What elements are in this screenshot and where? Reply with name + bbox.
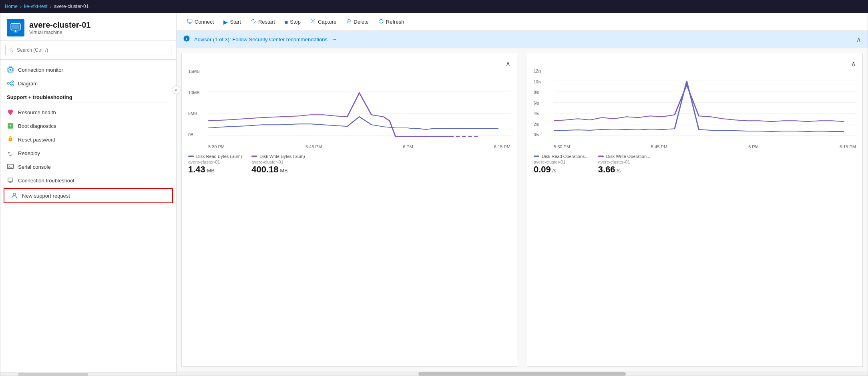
- connect-button[interactable]: Connect: [183, 16, 218, 27]
- advisor-banner[interactable]: i Advisor (1 of 3): Follow Security Cent…: [177, 31, 868, 48]
- sidebar-item-reset-password[interactable]: Reset password: [0, 133, 176, 146]
- start-label: Start: [230, 19, 241, 25]
- chart1-write-value: 400.18 MB: [251, 164, 305, 175]
- sidebar-content: Connection monitor Diagram Support + tro…: [0, 60, 176, 372]
- connect-icon: [187, 18, 193, 25]
- redeploy-label: Redeploy: [18, 150, 40, 156]
- svg-line-8: [9, 82, 12, 83]
- chart2-expand-button[interactable]: ∧: [851, 60, 856, 67]
- sidebar-item-redeploy[interactable]: Redeploy: [0, 146, 176, 160]
- restart-button[interactable]: Restart: [247, 16, 279, 27]
- chart2-write-label: Disk Write Operation...: [606, 154, 650, 159]
- boot-diagnostics-label: Boot diagnostics: [18, 123, 56, 129]
- advisor-text: Advisor (1 of 3): Follow Security Center…: [194, 36, 328, 42]
- svg-rect-14: [8, 164, 14, 169]
- chart1-legend: Disk Read Bytes (Sum) avere-cluster-01 1…: [188, 154, 510, 175]
- sidebar-header: avere-cluster-01 Virtual machine: [0, 13, 176, 41]
- connect-label: Connect: [195, 19, 214, 25]
- refresh-icon: [378, 18, 384, 25]
- chart1-read-sublabel: avere-cluster-01: [188, 160, 242, 164]
- advisor-arrow[interactable]: →: [332, 36, 337, 42]
- start-button[interactable]: ▶ Start: [219, 17, 245, 27]
- refresh-button[interactable]: Refresh: [374, 16, 408, 27]
- connection-troubleshoot-label: Connection troubleshoot: [18, 178, 74, 184]
- svg-text:+: +: [9, 124, 11, 128]
- resource-health-icon: [7, 109, 14, 116]
- search-input[interactable]: [5, 45, 171, 55]
- vm-name: avere-cluster-01: [29, 20, 90, 30]
- chart2-legend-write: Disk Write Operation... avere-cluster-01…: [598, 154, 650, 175]
- chart2-legend-read: Disk Read Operations... avere-cluster-01…: [534, 154, 589, 175]
- restart-icon: [251, 18, 256, 25]
- restart-label: Restart: [258, 19, 275, 25]
- svg-point-17: [13, 193, 16, 196]
- chart1-read-color: [188, 156, 194, 157]
- chart1-read-label: Disk Read Bytes (Sum): [196, 154, 242, 159]
- sidebar-item-diagram[interactable]: Diagram: [0, 77, 176, 90]
- chart2-x-axis: 5:30 PM 5:45 PM 6 PM 6:15 PM: [554, 143, 856, 149]
- vm-icon: [7, 19, 24, 36]
- new-support-request-label: New support request: [22, 193, 70, 199]
- redeploy-icon: [7, 150, 14, 157]
- main-content: Connect ▶ Start Restart ■ Stop Capture: [177, 13, 868, 376]
- svg-point-19: [312, 20, 314, 22]
- breadcrumb-home[interactable]: Home: [5, 4, 18, 9]
- breadcrumb-current: avere-cluster-01: [54, 4, 89, 9]
- diagram-label: Diagram: [18, 81, 38, 87]
- sidebar-item-connection-monitor[interactable]: Connection monitor: [0, 63, 176, 77]
- stop-icon: ■: [285, 19, 288, 25]
- charts-area: ∧ 15MB 10MB 5MB 0B: [177, 48, 868, 372]
- disk-ops-chart-panel: ∧ 12/s 10/s 8/s 6/s 4/s 2/s 0/s: [527, 53, 863, 367]
- top-bar: Home › ke-vfxt-test › avere-cluster-01: [0, 0, 868, 13]
- capture-button[interactable]: Capture: [306, 16, 340, 27]
- svg-rect-16: [8, 178, 13, 182]
- sidebar: avere-cluster-01 Virtual machine « Conne…: [0, 13, 177, 376]
- svg-point-7: [12, 84, 14, 86]
- vm-type: Virtual machine: [29, 30, 90, 35]
- svg-point-13: [10, 139, 11, 140]
- breadcrumb-parent[interactable]: ke-vfxt-test: [24, 4, 48, 9]
- collapse-sidebar-button[interactable]: «: [172, 85, 181, 94]
- sidebar-item-new-support-request[interactable]: New support request: [4, 188, 173, 203]
- chart1-write-label: Disk Write Bytes (Sum): [259, 154, 305, 159]
- svg-rect-18: [187, 19, 192, 22]
- chart1-legend-read: Disk Read Bytes (Sum) avere-cluster-01 1…: [188, 154, 242, 175]
- serial-console-label: Serial console: [18, 164, 51, 170]
- capture-label: Capture: [318, 19, 336, 25]
- toolbar: Connect ▶ Start Restart ■ Stop Capture: [177, 13, 868, 31]
- chart1-expand-button[interactable]: ∧: [506, 60, 510, 67]
- delete-icon: [346, 18, 352, 25]
- chart1-read-value: 1.43 MB: [188, 164, 242, 175]
- sidebar-item-boot-diagnostics[interactable]: + Boot diagnostics: [0, 119, 176, 133]
- chart2-read-color: [534, 156, 539, 157]
- support-troubleshooting-section: Support + troubleshooting: [0, 90, 176, 103]
- sidebar-item-connection-troubleshoot[interactable]: Connection troubleshoot: [0, 174, 176, 187]
- connection-monitor-label: Connection monitor: [18, 67, 63, 73]
- svg-point-2: [10, 69, 12, 71]
- boot-diagnostics-icon: +: [7, 122, 14, 129]
- chart2-read-value: 0.09 /s: [534, 164, 589, 175]
- start-icon: ▶: [223, 19, 228, 25]
- advisor-info-icon: i: [183, 35, 190, 44]
- chart2-plot-area: [554, 69, 856, 137]
- svg-point-6: [12, 81, 14, 83]
- advisor-close-button[interactable]: ∧: [856, 36, 861, 43]
- chart2-write-color: [598, 156, 604, 157]
- sidebar-scrollbar[interactable]: [0, 372, 176, 376]
- breadcrumb: Home › ke-vfxt-test › avere-cluster-01: [5, 4, 88, 9]
- sidebar-item-serial-console[interactable]: Serial console: [0, 160, 176, 174]
- stop-button[interactable]: ■ Stop: [281, 17, 305, 27]
- search-bar: [0, 41, 176, 60]
- chart2-read-sublabel: avere-cluster-01: [534, 160, 589, 164]
- connection-monitor-icon: [7, 66, 14, 73]
- svg-point-5: [8, 83, 10, 85]
- bottom-scrollbar[interactable]: [177, 372, 868, 376]
- stop-label: Stop: [290, 19, 301, 25]
- delete-label: Delete: [354, 19, 369, 25]
- chart1-x-axis: 5:30 PM 5:45 PM 6 PM 6:15 PM: [208, 143, 510, 149]
- sidebar-item-resource-health[interactable]: Resource health: [0, 105, 176, 119]
- chart2-y-axis: 12/s 10/s 8/s 6/s 4/s 2/s 0/s: [534, 69, 554, 137]
- connection-troubleshoot-icon: [7, 177, 14, 184]
- delete-button[interactable]: Delete: [342, 16, 373, 27]
- chart2-read-label: Disk Read Operations...: [542, 154, 589, 159]
